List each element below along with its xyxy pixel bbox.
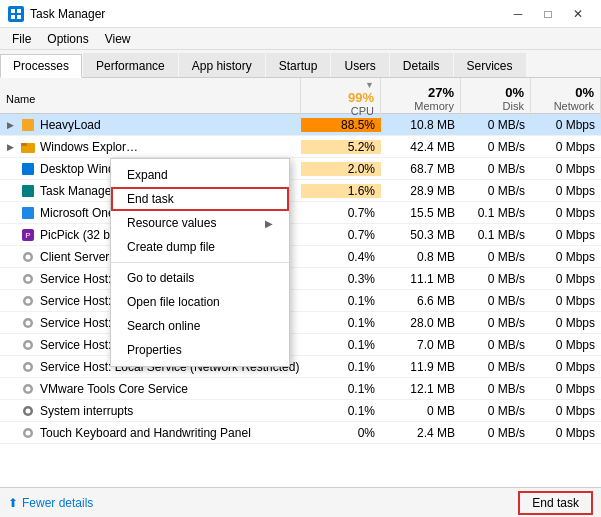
ctx-open-file[interactable]: Open file location: [111, 290, 289, 314]
menu-options[interactable]: Options: [39, 30, 96, 48]
status-bar: ⬆ Fewer details End task: [0, 487, 601, 517]
network-cell: 0 Mbps: [531, 382, 601, 396]
fewer-details-label: Fewer details: [22, 496, 93, 510]
col-name[interactable]: Name: [0, 78, 301, 119]
menu-bar: File Options View: [0, 28, 601, 50]
menu-file[interactable]: File: [4, 30, 39, 48]
tab-startup[interactable]: Startup: [266, 53, 331, 77]
ctx-search-online[interactable]: Search online: [111, 314, 289, 338]
memory-cell: 7.0 MB: [381, 338, 461, 352]
table-row[interactable]: System interrupts 0.1% 0 MB 0 MB/s 0 Mbp…: [0, 400, 601, 422]
memory-cell: 11.1 MB: [381, 272, 461, 286]
memory-cell: 68.7 MB: [381, 162, 461, 176]
expand-icon[interactable]: ▶: [4, 119, 16, 131]
network-cell: 0 Mbps: [531, 272, 601, 286]
svg-point-13: [26, 254, 31, 259]
table-row[interactable]: Service Host: Local Service (Network Res…: [0, 356, 601, 378]
col-disk[interactable]: 0% Disk: [461, 78, 531, 119]
expand-icon: [4, 163, 16, 175]
tab-bar: Processes Performance App history Startu…: [0, 50, 601, 78]
expand-icon: [4, 207, 16, 219]
disk-cell: 0 MB/s: [461, 118, 531, 132]
table-row[interactable]: VMware Tools Core Service 0.1% 12.1 MB 0…: [0, 378, 601, 400]
chevron-icon: ⬆: [8, 496, 18, 510]
ctx-create-dump[interactable]: Create dump file: [111, 235, 289, 259]
ctx-expand[interactable]: Expand: [111, 163, 289, 187]
table-row[interactable]: Touch Keyboard and Handwriting Panel 0% …: [0, 422, 601, 444]
process-icon: [20, 337, 36, 353]
col-network[interactable]: 0% Network: [531, 78, 601, 119]
cpu-cell: 2.0%: [301, 162, 381, 176]
table-row[interactable]: Service Host: Network Service (5) 0.1% 7…: [0, 334, 601, 356]
table-row[interactable]: P PicPick (32 bit) 0.7% 50.3 MB 0.1 MB/s…: [0, 224, 601, 246]
process-icon: [20, 293, 36, 309]
ctx-go-to-details[interactable]: Go to details: [111, 266, 289, 290]
process-icon: [20, 205, 36, 221]
minimize-button[interactable]: ─: [503, 4, 533, 24]
cpu-cell: 5.2%: [301, 140, 381, 154]
table-row[interactable]: Desktop Windo… 2.0% 68.7 MB 0 MB/s 0 Mbp…: [0, 158, 601, 180]
cpu-cell: 0.1%: [301, 360, 381, 374]
svg-point-19: [26, 320, 31, 325]
svg-rect-4: [22, 119, 34, 131]
tab-performance[interactable]: Performance: [83, 53, 178, 77]
svg-rect-6: [21, 143, 27, 146]
expand-icon: [4, 361, 16, 373]
close-button[interactable]: ✕: [563, 4, 593, 24]
app-title: Task Manager: [30, 7, 105, 21]
ctx-end-task[interactable]: End task: [111, 187, 289, 211]
memory-cell: 28.0 MB: [381, 316, 461, 330]
tab-services[interactable]: Services: [454, 53, 526, 77]
tab-users[interactable]: Users: [331, 53, 388, 77]
table-header: Name ▼ 99% CPU 27% Memory 0% Disk 0% Net…: [0, 78, 601, 114]
end-task-button[interactable]: End task: [518, 491, 593, 515]
svg-rect-1: [17, 9, 21, 13]
table-row[interactable]: ▶ Windows Explor… 5.2% 42.4 MB 0 MB/s 0 …: [0, 136, 601, 158]
disk-cell: 0 MB/s: [461, 162, 531, 176]
table-row[interactable]: Service Host: Local System (18) 0.1% 28.…: [0, 312, 601, 334]
expand-icon: [4, 405, 16, 417]
process-icon: [20, 161, 36, 177]
svg-point-27: [26, 408, 31, 413]
tab-processes[interactable]: Processes: [0, 54, 82, 78]
table-row[interactable]: ▶ HeavyLoad 88.5% 10.8 MB 0 MB/s 0 Mbps: [0, 114, 601, 136]
network-cell: 0 Mbps: [531, 118, 601, 132]
tab-details[interactable]: Details: [390, 53, 453, 77]
process-icon: [20, 271, 36, 287]
fewer-details-button[interactable]: ⬆ Fewer details: [8, 496, 93, 510]
col-memory[interactable]: 27% Memory: [381, 78, 461, 119]
svg-rect-0: [11, 9, 15, 13]
ctx-resource-values[interactable]: Resource values ▶: [111, 211, 289, 235]
process-name: ▶ HeavyLoad: [0, 117, 301, 133]
process-name: VMware Tools Core Service: [0, 381, 301, 397]
tab-app-history[interactable]: App history: [179, 53, 265, 77]
process-icon: [20, 359, 36, 375]
table-container: Name ▼ 99% CPU 27% Memory 0% Disk 0% Net…: [0, 78, 601, 487]
network-cell: 0 Mbps: [531, 228, 601, 242]
cpu-cell: 88.5%: [301, 118, 381, 132]
disk-cell: 0.1 MB/s: [461, 228, 531, 242]
network-cell: 0 Mbps: [531, 294, 601, 308]
table-row[interactable]: Task Manager 1.6% 28.9 MB 0 MB/s 0 Mbps: [0, 180, 601, 202]
menu-view[interactable]: View: [97, 30, 139, 48]
network-cell: 0 Mbps: [531, 162, 601, 176]
expand-icon[interactable]: ▶: [4, 141, 16, 153]
table-row[interactable]: Service Host: Local Service (No Network)…: [0, 268, 601, 290]
table-row[interactable]: Client Server Ru… 0.4% 0.8 MB 0 MB/s 0 M…: [0, 246, 601, 268]
disk-cell: 0 MB/s: [461, 294, 531, 308]
disk-cell: 0 MB/s: [461, 426, 531, 440]
network-cell: 0 Mbps: [531, 338, 601, 352]
col-cpu[interactable]: ▼ 99% CPU: [301, 78, 381, 119]
maximize-button[interactable]: □: [533, 4, 563, 24]
table-row[interactable]: Microsoft OneD… 0.7% 15.5 MB 0.1 MB/s 0 …: [0, 202, 601, 224]
ctx-properties[interactable]: Properties: [111, 338, 289, 362]
disk-cell: 0 MB/s: [461, 316, 531, 330]
process-icon: [20, 139, 36, 155]
process-icon: [20, 425, 36, 441]
network-cell: 0 Mbps: [531, 316, 601, 330]
svg-point-15: [26, 276, 31, 281]
table-row[interactable]: Service Host: Remote Procedure Call (2) …: [0, 290, 601, 312]
svg-rect-7: [22, 163, 34, 175]
expand-icon: [4, 339, 16, 351]
cpu-cell: 0.3%: [301, 272, 381, 286]
